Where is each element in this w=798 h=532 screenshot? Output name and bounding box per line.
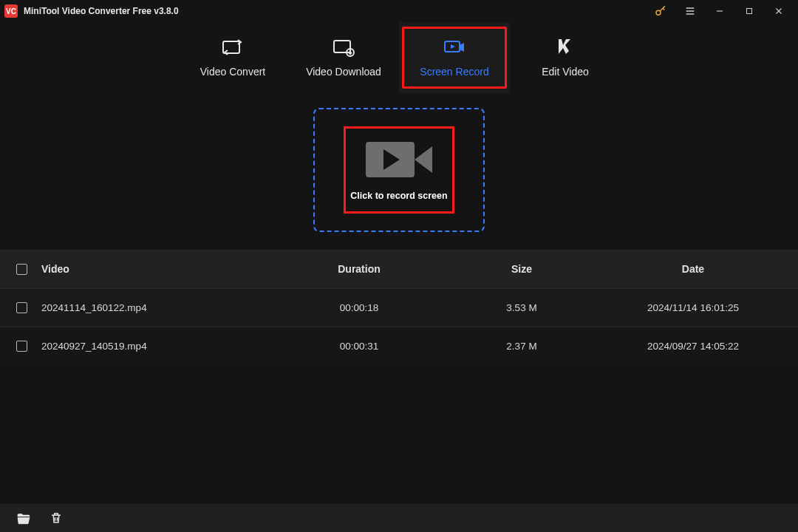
top-nav: Video Convert Video Download Screen Reco… <box>0 22 798 93</box>
close-button[interactable] <box>764 0 794 22</box>
tab-label: Screen Record <box>420 66 488 78</box>
col-duration: Duration <box>278 263 440 275</box>
convert-icon <box>220 38 245 57</box>
row-checkbox[interactable] <box>16 341 27 352</box>
recordings-table: Video Duration Size Date 20241114_160122… <box>0 250 798 504</box>
tab-label: Edit Video <box>542 66 589 78</box>
table-row[interactable]: 20241114_160122.mp4 00:00:18 3.53 M 2024… <box>0 288 798 327</box>
tab-screen-record[interactable]: Screen Record <box>399 22 510 93</box>
app-logo-icon: VC <box>4 4 18 18</box>
app-title: MiniTool Video Converter Free v3.8.0 <box>24 6 646 16</box>
table-row[interactable]: 20240927_140519.mp4 00:00:31 2.37 M 2024… <box>0 327 798 365</box>
minimize-button[interactable] <box>705 0 734 22</box>
svg-marker-6 <box>451 44 455 49</box>
tab-video-convert[interactable]: Video Convert <box>177 22 288 93</box>
app-window: VC MiniTool Video Converter Free v3.8.0 … <box>0 0 798 532</box>
record-panel: Click to record screen <box>0 93 798 250</box>
cell-duration: 00:00:31 <box>278 341 440 352</box>
row-checkbox[interactable] <box>16 302 27 313</box>
screen-record-icon <box>442 38 467 57</box>
tab-label: Video Convert <box>200 66 265 78</box>
table-header: Video Duration Size Date <box>0 250 798 288</box>
col-date: Date <box>603 263 783 275</box>
tab-video-download[interactable]: Video Download <box>288 22 399 93</box>
tab-edit-video[interactable]: Edit Video <box>510 22 621 93</box>
cell-date: 2024/11/14 16:01:25 <box>603 302 783 313</box>
record-cta-label: Click to record screen <box>350 191 447 201</box>
col-video: Video <box>41 263 278 275</box>
col-size: Size <box>440 263 603 275</box>
menu-button[interactable] <box>675 0 705 22</box>
footer-toolbar <box>0 504 798 532</box>
cell-size: 3.53 M <box>440 302 603 313</box>
titlebar: VC MiniTool Video Converter Free v3.8.0 <box>0 0 798 22</box>
highlight-box <box>402 27 507 89</box>
cell-size: 2.37 M <box>440 341 603 352</box>
open-folder-button[interactable] <box>16 511 31 525</box>
record-screen-button[interactable]: Click to record screen <box>344 126 454 214</box>
edit-video-icon <box>553 38 578 57</box>
camera-icon <box>366 139 432 180</box>
upgrade-key-button[interactable] <box>646 0 675 22</box>
tab-label: Video Download <box>306 66 381 78</box>
select-all-checkbox[interactable] <box>16 264 27 275</box>
download-icon <box>331 38 356 57</box>
record-dropzone: Click to record screen <box>313 108 485 232</box>
cell-video: 20240927_140519.mp4 <box>41 341 278 352</box>
svg-point-0 <box>656 10 661 15</box>
cell-video: 20241114_160122.mp4 <box>41 302 278 313</box>
svg-rect-1 <box>747 9 752 14</box>
cell-duration: 00:00:18 <box>278 302 440 313</box>
cell-date: 2024/09/27 14:05:22 <box>603 341 783 352</box>
maximize-button[interactable] <box>734 0 764 22</box>
delete-button[interactable] <box>49 511 64 525</box>
